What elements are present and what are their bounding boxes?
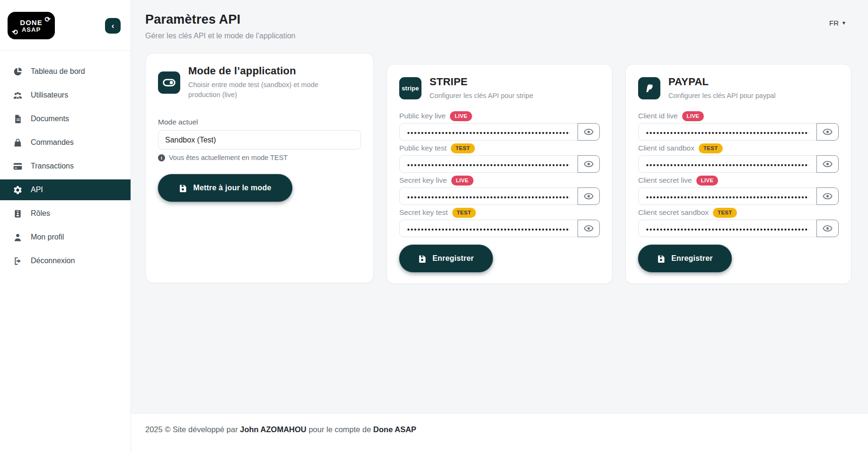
logo-arrow-icon: ⟳ [44,16,51,23]
stripe-public-key-live-input[interactable] [399,123,578,141]
id-badge-icon [13,209,23,219]
stripe-card-header: stripe STRIPE Configurer les clés API po… [399,76,600,101]
sidebar-item-label: Transactions [31,162,74,170]
page-content: Paramètres API Gérer les clés API et le … [131,0,868,413]
footer-company-link[interactable]: Done ASAP [373,425,416,434]
paypal-client-secret-sandbox-group: Client secret sandbox TEST [638,208,839,237]
eye-icon [823,223,833,233]
sidebar-item-mon-profil[interactable]: Mon profil [0,227,131,248]
footer-middle: pour le compte de [308,425,371,434]
sidebar-item-label: Tableau de bord [31,67,85,76]
paypal-client-secret-sandbox-eye-button[interactable] [816,220,839,237]
paypal-card-subtitle: Configurer les clés API pour paypal [668,91,776,101]
mode-select[interactable]: Sandbox (Test) [158,130,361,150]
logout-icon [13,256,23,266]
language-selector[interactable]: FR ▼ [829,19,846,27]
logo-arrow-icon: ⟲ [12,28,18,36]
cards-row: Mode de l’application Choisir entre mode… [145,53,853,284]
sidebar-item-label: API [31,186,43,194]
paypal-client-id-live-input[interactable] [638,123,817,141]
sidebar-item-documents[interactable]: Documents [0,108,131,129]
logo-text-line1: DONE [20,19,42,26]
stripe-secret-key-test-group: Secret key test TEST [399,208,600,237]
sidebar-item-label: Utilisateurs [31,91,68,99]
page-title: Paramètres API [145,12,296,27]
sidebar-item-commandes[interactable]: Commandes [0,132,131,153]
sidebar-item-tableau-de-bord[interactable]: Tableau de bord [0,61,131,82]
sidebar-collapse-button[interactable]: ‹ [105,18,121,34]
paypal-client-secret-live-eye-button[interactable] [816,187,839,205]
stripe-card-title: STRIPE [430,76,533,88]
users-icon [13,90,23,100]
page-footer: 2025 © Site développé par John AZOMAHOU … [131,413,868,453]
paypal-card: PAYPAL Configurer les clés API pour payp… [625,64,851,284]
gear-icon [13,185,23,195]
stripe-public-key-live-group: Public key live LIVE [399,111,600,141]
paypal-client-id-live-group: Client id live LIVE [638,111,839,141]
field-label-text: Client id live [638,112,678,120]
stripe-public-key-test-group: Public key test TEST [399,143,600,173]
paypal-logo-icon [638,77,660,99]
field-label-text: Client id sandbox [638,144,694,152]
live-badge: LIVE [696,176,719,186]
mode-field-label: Mode actuel [158,118,361,126]
document-icon [13,114,23,124]
field-label-text: Client secret live [638,176,692,185]
logo-text-line2: ASAP [22,27,41,33]
paypal-client-secret-sandbox-input[interactable] [638,220,817,237]
sidebar-item-label: Documents [31,115,69,123]
stripe-secret-key-live-input[interactable] [399,187,578,205]
stripe-card-header-text: STRIPE Configurer les clés API pour stri… [430,76,533,101]
stripe-logo-icon: stripe [399,77,421,99]
mode-select-value: Sandbox (Test) [165,136,216,144]
mode-card-subtitle: Choisir entre mode test (sandbox) et mod… [188,80,351,100]
sidebar-item-roles[interactable]: Rôles [0,203,131,224]
stripe-public-key-test-eye-button[interactable] [578,155,600,173]
chevron-left-icon: ‹ [112,21,114,31]
paypal-client-secret-live-input[interactable] [638,187,817,205]
sidebar-item-utilisateurs[interactable]: Utilisateurs [0,85,131,106]
field-label-text: Secret key live [399,176,447,185]
paypal-card-header: PAYPAL Configurer les clés API pour payp… [638,76,839,101]
sidebar-item-deconnexion[interactable]: Déconnexion [0,250,131,271]
paypal-client-id-sandbox-group: Client id sandbox TEST [638,143,839,173]
stripe-secret-key-test-eye-button[interactable] [578,220,600,237]
save-icon [657,255,665,263]
stripe-secret-key-live-eye-button[interactable] [578,187,600,205]
footer-prefix: 2025 © Site développé par [145,425,238,434]
update-mode-button-label: Mettre à jour le mode [193,184,271,192]
update-mode-button[interactable]: Mettre à jour le mode [158,174,292,202]
footer-author-link[interactable]: John AZOMAHOU [240,425,307,434]
stripe-card-subtitle: Configurer les clés API pour stripe [430,91,533,101]
test-badge: TEST [713,208,737,218]
eye-icon [584,159,594,169]
live-badge: LIVE [450,111,472,121]
dashboard-icon [13,67,23,77]
stripe-secret-key-test-input[interactable] [399,220,578,237]
test-badge: TEST [699,143,723,153]
paypal-save-button[interactable]: Enregistrer [638,245,732,272]
field-label-text: Public key live [399,112,446,120]
paypal-save-button-label: Enregistrer [671,254,713,263]
sidebar-item-api[interactable]: API [0,179,131,200]
paypal-card-header-text: PAYPAL Configurer les clés API pour payp… [668,76,776,101]
stripe-fields: Public key live LIVE Public key test [399,111,600,237]
caret-down-icon: ▼ [842,20,846,26]
paypal-client-id-live-eye-button[interactable] [816,123,839,141]
mode-helper-text: Vous êtes actuellement en mode TEST [169,154,288,161]
eye-icon [584,127,594,137]
sidebar-item-transactions[interactable]: Transactions [0,156,131,177]
paypal-client-id-sandbox-eye-button[interactable] [816,155,839,173]
live-badge: LIVE [682,111,704,121]
stripe-save-button-label: Enregistrer [432,254,474,263]
paypal-client-id-sandbox-input[interactable] [638,155,817,173]
stripe-save-button[interactable]: Enregistrer [399,245,493,272]
language-label: FR [829,19,839,27]
stripe-public-key-live-eye-button[interactable] [578,123,600,141]
field-label-text: Secret key test [399,208,448,217]
stripe-public-key-test-input[interactable] [399,155,578,173]
mode-helper: i Vous êtes actuellement en mode TEST [158,154,361,161]
save-icon [179,184,187,192]
person-icon [13,232,23,242]
live-badge: LIVE [451,176,473,186]
